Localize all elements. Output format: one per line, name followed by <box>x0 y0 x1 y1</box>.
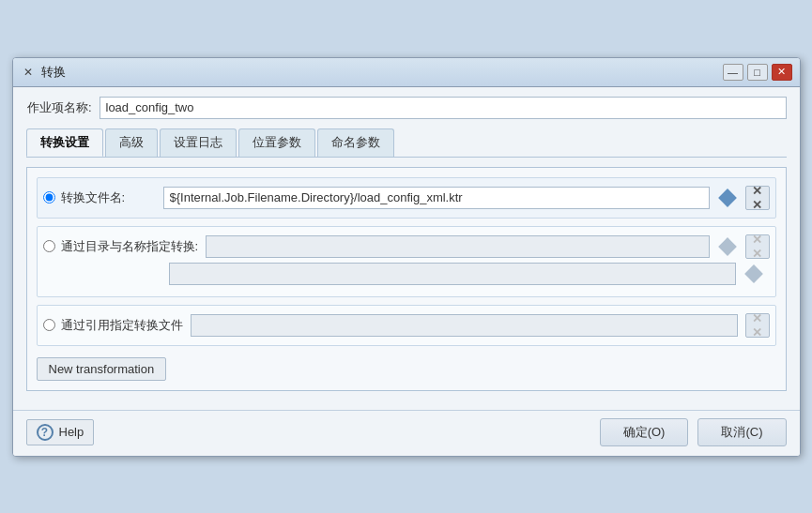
option1-radio[interactable] <box>43 191 55 204</box>
help-button[interactable]: ? Help <box>26 419 95 445</box>
title-bar-left: ✕ 转换 <box>21 64 66 81</box>
option2-diamond-button[interactable] <box>717 236 738 257</box>
tab-panel: 转换文件名: ✕✕ 通过目录与名称指定转换: <box>26 167 787 391</box>
confirm-button[interactable]: 确定(O) <box>600 418 689 446</box>
main-window: ✕ 转换 — □ ✕ 作业项名称: 转换设置 高级 设置日志 位置参数 命名参数 <box>12 57 801 457</box>
title-bar: ✕ 转换 — □ ✕ <box>13 58 800 87</box>
option2-label[interactable]: 通过目录与名称指定转换: <box>43 238 199 255</box>
window-title: 转换 <box>41 64 66 81</box>
tab-naming-params[interactable]: 命名参数 <box>317 128 394 157</box>
option2-browse-button[interactable]: ✕✕ <box>745 234 770 259</box>
footer: ? Help 确定(O) 取消(C) <box>13 410 800 456</box>
option3-browse-button[interactable]: ✕✕ <box>745 313 770 338</box>
option2-radio[interactable] <box>43 240 55 252</box>
option2-sub-diamond-button[interactable] <box>743 264 764 284</box>
option3-label[interactable]: 通过引用指定转换文件 <box>43 317 183 334</box>
job-name-input[interactable] <box>100 97 787 119</box>
option1-diamond-icon <box>718 189 737 207</box>
tab-transform-settings[interactable]: 转换设置 <box>26 128 103 157</box>
option1-browse-button[interactable]: ✕✕ <box>745 186 770 210</box>
option1-row: 转换文件名: ✕✕ <box>37 177 776 219</box>
new-transformation-button[interactable]: New transformation <box>37 357 167 381</box>
main-content: 作业项名称: 转换设置 高级 设置日志 位置参数 命名参数 转换文件名: <box>13 87 800 410</box>
option2-diamond-icon <box>718 237 737 256</box>
footer-actions: 确定(O) 取消(C) <box>600 418 787 446</box>
option2-input2[interactable] <box>169 263 736 285</box>
option3-cross-icon: ✕✕ <box>752 311 762 339</box>
tab-bar: 转换设置 高级 设置日志 位置参数 命名参数 <box>26 128 787 158</box>
option1-diamond-button[interactable] <box>717 188 738 208</box>
tab-location-params[interactable]: 位置参数 <box>238 128 315 157</box>
close-button[interactable]: ✕ <box>772 64 792 81</box>
tab-advanced[interactable]: 高级 <box>105 128 158 157</box>
option2-sub-row <box>43 259 770 289</box>
minimize-button[interactable]: — <box>723 64 743 81</box>
job-name-label: 作业项名称: <box>26 99 92 116</box>
help-icon: ? <box>37 424 54 441</box>
job-name-row: 作业项名称: <box>26 97 787 119</box>
maximize-button[interactable]: □ <box>747 64 768 81</box>
option1-label[interactable]: 转换文件名: <box>43 189 156 206</box>
option2-sub-diamond-icon <box>744 264 763 283</box>
title-bar-controls: — □ ✕ <box>723 64 792 81</box>
option2-row: 通过目录与名称指定转换: ✕✕ <box>43 234 770 259</box>
window-icon: ✕ <box>21 65 36 80</box>
tab-settings-log[interactable]: 设置日志 <box>160 128 237 157</box>
option2-section: 通过目录与名称指定转换: ✕✕ <box>37 226 776 297</box>
option2-cross-icon: ✕✕ <box>752 233 762 261</box>
option2-input1[interactable] <box>206 235 709 258</box>
option3-input[interactable] <box>191 314 738 337</box>
option3-radio[interactable] <box>43 319 55 331</box>
option3-row: 通过引用指定转换文件 ✕✕ <box>37 305 776 346</box>
cancel-button[interactable]: 取消(C) <box>697 418 786 446</box>
option1-input[interactable] <box>163 187 710 209</box>
option1-cross-icon: ✕✕ <box>752 184 762 212</box>
